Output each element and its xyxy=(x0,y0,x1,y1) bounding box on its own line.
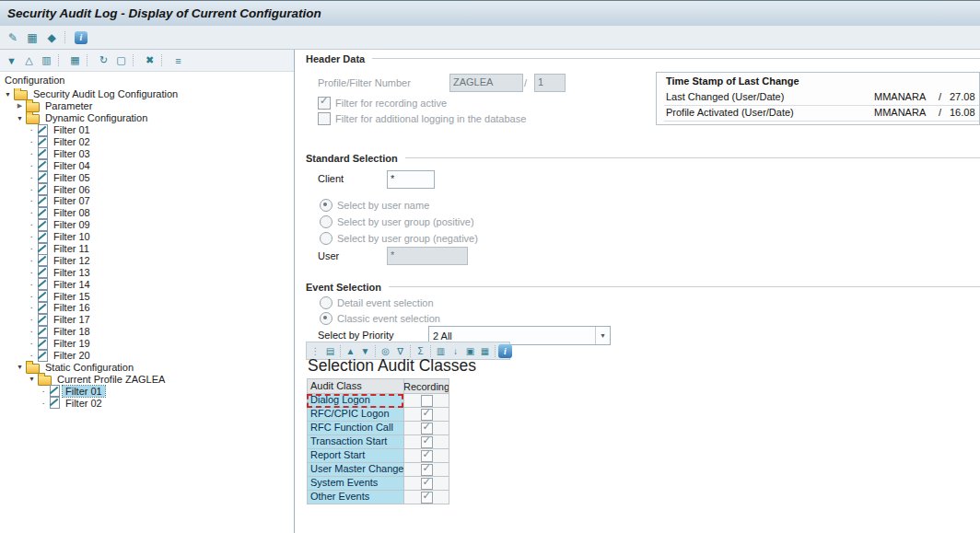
tree-expander-icon[interactable]: ▼ xyxy=(27,376,37,382)
tree-item-label[interactable]: Filter 18 xyxy=(51,326,93,337)
audit-class-cell[interactable]: User Master Changes xyxy=(307,463,403,477)
audit-class-cell[interactable]: RFC/CPIC Logon xyxy=(307,408,403,422)
tree-expander-icon[interactable]: ▪ xyxy=(27,139,37,145)
tree-item-label[interactable]: Current Profile ZAGLEA xyxy=(54,374,168,385)
recording-checkbox-icon[interactable] xyxy=(421,436,433,448)
classic-event-selection-radio[interactable]: Classic event selection xyxy=(320,312,440,325)
tree-item-label[interactable]: Filter 07 xyxy=(51,195,93,206)
display-change-icon[interactable]: ✎ xyxy=(5,29,21,46)
tree-item-label[interactable]: Filter 02 xyxy=(63,398,105,409)
tree-item-label[interactable]: Filter 01 xyxy=(63,386,105,397)
tree-expander-icon[interactable]: ▪ xyxy=(27,234,37,239)
filter-icon[interactable]: ▼ xyxy=(4,52,19,68)
configuration-list-icon[interactable]: ▦ xyxy=(24,29,41,46)
select-by-group-positive-radio[interactable]: Select by user group (positive) xyxy=(320,215,474,228)
tree-item[interactable]: ▼ Security Audit Log Configuration xyxy=(0,88,294,100)
information-icon[interactable]: i xyxy=(75,31,88,44)
tree-item[interactable]: ▪ Filter 06 xyxy=(0,183,294,195)
tree-expander-icon[interactable]: ▪ xyxy=(27,305,37,310)
recording-cell[interactable] xyxy=(403,394,449,408)
tree-item-label[interactable]: Static Configuration xyxy=(42,362,136,373)
tree-item[interactable]: ▪ Filter 04 xyxy=(0,159,294,171)
tree-expander-icon[interactable]: ▪ xyxy=(27,163,37,168)
table-view-icon[interactable]: ▦ xyxy=(67,52,83,68)
audit-class-cell[interactable]: System Events xyxy=(307,477,403,491)
tree-item[interactable]: ▪ Filter 03 xyxy=(0,147,294,159)
recording-checkbox-icon[interactable] xyxy=(421,464,433,476)
recording-cell[interactable] xyxy=(403,422,449,435)
recording-checkbox-icon[interactable] xyxy=(421,423,433,435)
tree-item-label[interactable]: Filter 20 xyxy=(51,350,93,361)
tree-expander-icon[interactable]: ▪ xyxy=(39,388,49,394)
tree-item[interactable]: ▶ Parameter xyxy=(0,100,294,112)
tree-item-label[interactable]: Filter 19 xyxy=(51,338,93,349)
tree-expander-icon[interactable]: ▪ xyxy=(27,258,37,263)
profile-number-field[interactable]: ZAGLEA xyxy=(449,74,523,92)
tree-expander-icon[interactable]: ▪ xyxy=(27,246,37,251)
tree-item[interactable]: ▪ Filter 08 xyxy=(0,207,294,219)
recording-checkbox-icon[interactable] xyxy=(421,395,433,407)
tree-item-label[interactable]: Filter 17 xyxy=(51,314,93,325)
tree-item[interactable]: ▪ Filter 05 xyxy=(0,171,294,183)
tree-expander-icon[interactable]: ▪ xyxy=(27,198,37,203)
tree-item-label[interactable]: Filter 04 xyxy=(51,160,93,171)
tree-item[interactable]: ▪ Filter 14 xyxy=(0,278,294,290)
tree-item-label[interactable]: Filter 13 xyxy=(51,267,93,278)
sort-up-icon[interactable]: △ xyxy=(21,52,37,68)
print-icon[interactable]: ▥ xyxy=(39,52,54,68)
tree-item-label[interactable]: Parameter xyxy=(42,100,95,111)
audit-class-column-header[interactable]: Audit Class xyxy=(307,378,403,394)
tree-item-label[interactable]: Filter 02 xyxy=(51,136,93,147)
tree-item[interactable]: ▪ Filter 10 xyxy=(0,231,294,243)
select-by-user-name-radio[interactable]: Select by user name xyxy=(320,199,429,212)
tree-item[interactable]: ▪ Filter 15 xyxy=(0,290,294,302)
tree-item-label[interactable]: Filter 16 xyxy=(51,302,93,313)
tree-item[interactable]: ▪ Filter 02 xyxy=(0,397,294,409)
tree-item-label[interactable]: Dynamic Configuration xyxy=(42,112,150,123)
tree-item[interactable]: ▪ Filter 09 xyxy=(0,219,294,231)
tree-item[interactable]: ▪ Filter 13 xyxy=(0,266,294,278)
select-by-group-negative-radio[interactable]: Select by user group (negative) xyxy=(320,232,478,245)
hierarchy-icon[interactable]: ≡ xyxy=(170,52,186,68)
tree-expander-icon[interactable]: ▪ xyxy=(27,282,37,287)
db-logging-checkbox[interactable]: Filter for additional logging in the dat… xyxy=(318,112,526,125)
tree-item[interactable]: ▪ Filter 18 xyxy=(0,326,294,338)
tree-item-label[interactable]: Filter 12 xyxy=(51,255,93,266)
tree-item-label[interactable]: Filter 10 xyxy=(51,231,93,242)
tree-expander-icon[interactable]: ▪ xyxy=(27,210,37,215)
tree-expander-icon[interactable]: ▪ xyxy=(39,400,49,406)
recording-active-checkbox[interactable]: Filter for recording active xyxy=(318,97,447,110)
tree-item[interactable]: ▪ Filter 01 xyxy=(0,124,294,136)
audit-class-cell[interactable]: Dialog Logon xyxy=(307,394,403,408)
tree-expander-icon[interactable]: ▶ xyxy=(15,102,25,110)
tree-item-label[interactable]: Filter 15 xyxy=(51,291,93,302)
tree-item-label[interactable]: Filter 03 xyxy=(51,148,93,159)
audit-class-cell[interactable]: Report Start xyxy=(307,449,403,463)
tree-item[interactable]: ▪ Filter 07 xyxy=(0,195,294,207)
tree-item-label[interactable]: Filter 08 xyxy=(51,207,93,218)
tree-item[interactable]: ▪ Filter 11 xyxy=(0,243,294,255)
tree-item-label[interactable]: Filter 09 xyxy=(51,219,93,230)
refresh-icon[interactable]: ↻ xyxy=(96,52,111,68)
delete-icon[interactable]: ✖ xyxy=(142,52,158,68)
recording-cell[interactable] xyxy=(403,449,449,463)
tree-expander-icon[interactable]: ▪ xyxy=(27,353,37,358)
tree-item[interactable]: ▼ Dynamic Configuration xyxy=(0,112,294,124)
create-icon[interactable]: ▢ xyxy=(113,52,129,68)
tree-item[interactable]: ▪ Filter 17 xyxy=(0,314,294,326)
detail-event-selection-radio[interactable]: Detail event selection xyxy=(320,296,434,309)
tree-expander-icon[interactable]: ▪ xyxy=(27,175,37,180)
display-profile-icon[interactable]: ◆ xyxy=(43,29,60,46)
recording-cell[interactable] xyxy=(403,463,449,477)
tree-item-label[interactable]: Filter 01 xyxy=(51,124,93,135)
tree-item-label[interactable]: Security Audit Log Configuration xyxy=(30,88,181,99)
tree-item[interactable]: ▪ Filter 01 xyxy=(0,385,294,397)
recording-cell[interactable] xyxy=(403,408,449,422)
recording-checkbox-icon[interactable] xyxy=(421,478,433,490)
tree-expander-icon[interactable]: ▪ xyxy=(27,222,37,227)
tree-expander-icon[interactable]: ▪ xyxy=(27,341,37,346)
filter-number-field[interactable]: 1 xyxy=(534,74,566,92)
tree-expander-icon[interactable]: ▪ xyxy=(27,294,37,299)
tree-item[interactable]: ▪ Filter 19 xyxy=(0,338,294,350)
tree-expander-icon[interactable]: ▪ xyxy=(27,127,37,133)
